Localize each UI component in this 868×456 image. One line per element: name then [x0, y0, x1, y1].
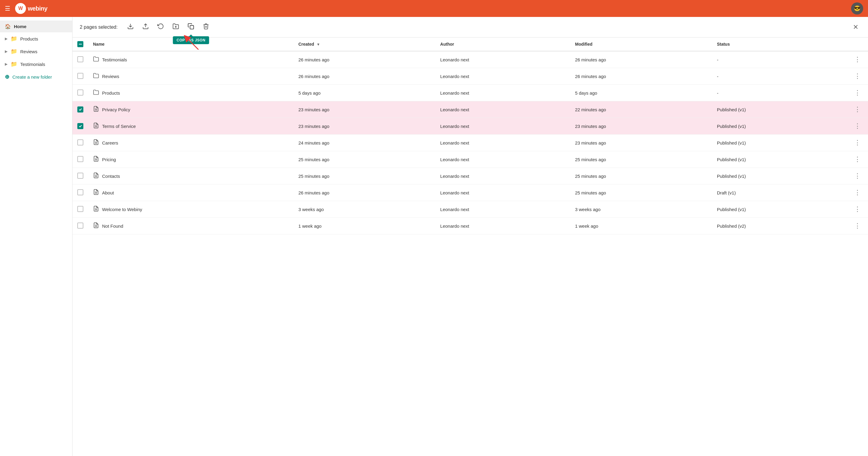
row-name-cell: Welcome to Webiny [88, 201, 293, 218]
page-icon [93, 139, 99, 147]
row-checkbox-cell[interactable] [72, 201, 88, 218]
row-checkbox-cell[interactable] [72, 101, 88, 118]
delete-action-button[interactable] [202, 22, 211, 32]
row-checkbox[interactable] [77, 107, 83, 113]
row-actions-cell: ⋮ [847, 184, 868, 201]
folder-icon [93, 56, 99, 63]
row-more-actions-button[interactable]: ⋮ [852, 104, 863, 114]
row-actions-cell: ⋮ [847, 51, 868, 68]
row-modified-cell: 22 minutes ago [570, 101, 712, 118]
item-name[interactable]: Reviews [102, 74, 119, 79]
row-modified-cell: 25 minutes ago [570, 168, 712, 184]
row-checkbox[interactable] [77, 189, 83, 195]
row-created-cell: 1 week ago [293, 218, 435, 234]
item-name[interactable]: Contacts [102, 174, 120, 179]
item-name[interactable]: Not Found [102, 224, 123, 229]
status-column-header: Status [712, 37, 847, 51]
row-checkbox[interactable] [77, 123, 83, 129]
row-checkbox[interactable] [77, 56, 83, 62]
row-modified-cell: 25 minutes ago [570, 184, 712, 201]
expand-arrow-icon-reviews: ▶ [5, 49, 7, 54]
row-checkbox-cell[interactable] [72, 151, 88, 168]
sidebar-item-reviews[interactable]: ▶ 📁 Reviews [0, 45, 72, 58]
download-action-button[interactable] [126, 22, 135, 32]
sidebar-item-reviews-label: Reviews [20, 49, 37, 54]
row-checkbox[interactable] [77, 206, 83, 212]
row-status-cell: - [712, 51, 847, 68]
item-name[interactable]: Privacy Policy [102, 107, 130, 112]
user-avatar[interactable]: 😎 [851, 2, 863, 15]
row-checkbox-cell[interactable] [72, 218, 88, 234]
item-name[interactable]: Welcome to Webiny [102, 207, 142, 212]
row-status-cell: Draft (v1) [712, 184, 847, 201]
sidebar-item-home[interactable]: 🏠 Home [0, 21, 72, 32]
row-more-actions-button[interactable]: ⋮ [852, 154, 863, 164]
row-checkbox-cell[interactable] [72, 184, 88, 201]
select-all-checkbox[interactable] [77, 41, 83, 47]
row-modified-cell: 26 minutes ago [570, 51, 712, 68]
move-to-folder-action-button[interactable] [171, 22, 180, 32]
row-checkbox-cell[interactable] [72, 51, 88, 68]
row-modified-cell: 23 minutes ago [570, 118, 712, 135]
sidebar-item-home-label: Home [14, 24, 27, 29]
row-name-cell: Contacts [88, 168, 293, 184]
select-all-header[interactable] [72, 37, 88, 51]
row-status-cell: Published (v1) [712, 151, 847, 168]
row-more-actions-button[interactable]: ⋮ [852, 121, 863, 131]
row-status-cell: Published (v1) [712, 118, 847, 135]
close-toolbar-button[interactable]: ✕ [850, 22, 861, 32]
item-name[interactable]: Pricing [102, 157, 116, 162]
row-more-actions-button[interactable]: ⋮ [852, 171, 863, 181]
hamburger-menu-icon[interactable]: ☰ [5, 5, 10, 12]
row-checkbox[interactable] [77, 156, 83, 162]
row-name-cell: Careers [88, 135, 293, 151]
row-more-actions-button[interactable]: ⋮ [852, 138, 863, 148]
sidebar: 🏠 Home ▶ 📁 Products ▶ 📁 Reviews ▶ 📁 Test… [0, 17, 72, 456]
item-name[interactable]: About [102, 190, 114, 195]
row-more-actions-button[interactable]: ⋮ [852, 88, 863, 98]
row-modified-cell: 1 week ago [570, 218, 712, 234]
restore-action-button[interactable] [156, 22, 165, 32]
row-checkbox[interactable] [77, 173, 83, 179]
page-icon [93, 106, 99, 113]
sidebar-item-products[interactable]: ▶ 📁 Products [0, 32, 72, 45]
row-more-actions-button[interactable]: ⋮ [852, 221, 863, 231]
item-name[interactable]: Testimonials [102, 57, 127, 62]
sidebar-item-testimonials[interactable]: ▶ 📁 Testimonials [0, 58, 72, 70]
row-more-actions-button[interactable]: ⋮ [852, 188, 863, 197]
created-column-header[interactable]: Created ▼ [293, 37, 435, 51]
row-checkbox-cell[interactable] [72, 68, 88, 85]
item-name[interactable]: Products [102, 90, 120, 95]
copy-action-button[interactable] [186, 23, 195, 32]
row-checkbox[interactable] [77, 73, 83, 79]
expand-arrow-icon: ▶ [5, 36, 7, 41]
item-name[interactable]: Terms of Service [102, 124, 136, 129]
folder-icon [93, 73, 99, 80]
row-actions-cell: ⋮ [847, 101, 868, 118]
item-name[interactable]: Careers [102, 140, 118, 145]
row-more-actions-button[interactable]: ⋮ [852, 204, 863, 214]
row-author-cell: Leonardo next [435, 135, 570, 151]
row-modified-cell: 3 weeks ago [570, 201, 712, 218]
row-more-actions-button[interactable]: ⋮ [852, 71, 863, 81]
row-checkbox[interactable] [77, 89, 83, 95]
row-checkbox-cell[interactable] [72, 135, 88, 151]
row-author-cell: Leonardo next [435, 85, 570, 101]
created-sort-arrow: ▼ [316, 42, 320, 47]
create-folder-icon: ⊕ [5, 74, 9, 80]
row-more-actions-button[interactable]: ⋮ [852, 54, 863, 64]
row-checkbox-cell[interactable] [72, 168, 88, 184]
folder-icon [93, 89, 99, 97]
modified-column-header: Modified [570, 37, 712, 51]
row-created-cell: 24 minutes ago [293, 135, 435, 151]
row-modified-cell: 5 days ago [570, 85, 712, 101]
row-checkbox-cell[interactable] [72, 118, 88, 135]
row-checkbox[interactable] [77, 139, 83, 145]
row-checkbox[interactable] [77, 223, 83, 229]
export-action-button[interactable] [141, 22, 150, 32]
row-checkbox-cell[interactable] [72, 85, 88, 101]
create-new-folder-button[interactable]: ⊕ Create a new folder [0, 70, 72, 83]
row-modified-cell: 25 minutes ago [570, 151, 712, 168]
header-left: ☰ W webiny [5, 3, 48, 14]
svg-rect-2 [190, 25, 194, 29]
